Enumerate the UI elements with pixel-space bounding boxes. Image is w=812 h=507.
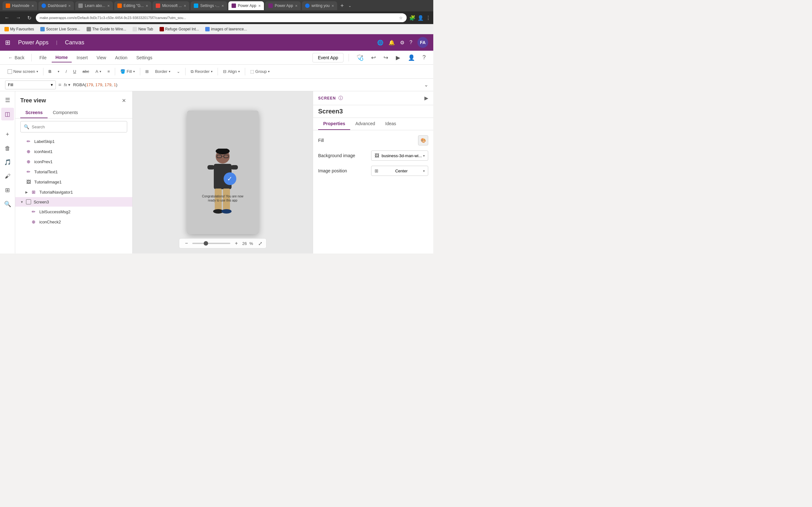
tab-overflow-button[interactable]: ⌄ — [347, 3, 353, 8]
bold-button[interactable]: B — [46, 68, 54, 75]
tree-item-lblsuccessmsg2[interactable]: ✏ LblSuccessMsg2 — [15, 207, 132, 217]
tab-learn[interactable]: Learn abo... ✕ — [75, 1, 113, 10]
background-image-dropdown[interactable]: 🖼 business-3d-man-wi... ▾ — [371, 151, 428, 161]
menu-insert[interactable]: Insert — [73, 53, 92, 62]
image-position-dropdown[interactable]: ⊞ Center ▾ — [371, 166, 428, 176]
tab-powerapps2[interactable]: Power App ✕ — [265, 1, 301, 10]
user-avatar[interactable]: FA — [417, 37, 428, 48]
new-tab-button[interactable]: + — [339, 3, 346, 9]
group-button[interactable]: ⬚ Group ▾ — [248, 68, 272, 75]
border-button[interactable]: Border ▾ — [153, 68, 173, 75]
sidebar-media-icon[interactable]: 🎵 — [1, 156, 14, 169]
back-button[interactable]: ← — [3, 14, 11, 22]
undo-icon[interactable]: ↩ — [368, 53, 378, 62]
tab-settings[interactable]: Settings -... ✕ — [191, 1, 227, 10]
tab-microsoft[interactable]: Microsoft ... ✕ — [153, 1, 189, 10]
event-app-button[interactable]: Event App — [312, 53, 344, 62]
screen-info-icon[interactable]: ⓘ — [339, 95, 343, 101]
help-menu-icon[interactable]: ? — [420, 53, 428, 62]
search-input[interactable] — [32, 124, 124, 129]
extensions-icon[interactable]: 🧩 — [409, 15, 415, 21]
profile-icon[interactable]: 👤 — [417, 15, 424, 21]
bold-caret[interactable]: ▾ — [55, 68, 62, 74]
tree-close-button[interactable]: ✕ — [120, 96, 127, 105]
fill-color-picker[interactable]: 🎨 — [418, 135, 428, 146]
tab-writing[interactable]: writing you ✕ — [302, 1, 337, 10]
tree-item-tutorialtext1[interactable]: ✏ TutorialText1 — [15, 167, 132, 177]
tree-item-iconnext1[interactable]: ⊕ iconNext1 — [15, 147, 132, 157]
address-field[interactable]: make.powerapps.com/e/Default-9d3c71c3-c5… — [36, 13, 407, 22]
tree-item-tutorialnavigator1[interactable]: ▶ ⊞ TutorialNavigator1 — [15, 187, 132, 197]
tab-close[interactable]: ✕ — [258, 4, 261, 8]
more-icon[interactable]: ⋮ — [426, 15, 431, 21]
zoom-in-button[interactable]: + — [233, 240, 240, 247]
tab-hashnode[interactable]: Hashnode ✕ — [3, 1, 37, 10]
tab-close[interactable]: ✕ — [68, 4, 71, 8]
forward-button[interactable]: → — [14, 14, 23, 22]
tree-tab-screens[interactable]: Screens — [20, 107, 48, 118]
environment-icon[interactable]: 🌐 — [377, 40, 384, 46]
expand-icon-screen3[interactable]: ▼ — [20, 200, 23, 204]
menu-settings[interactable]: Settings — [133, 53, 156, 62]
menu-view[interactable]: View — [93, 53, 110, 62]
reload-button[interactable]: ↻ — [26, 14, 33, 22]
tab-close[interactable]: ✕ — [107, 4, 110, 8]
tab-editing[interactable]: Editing "G... ✕ — [114, 1, 152, 10]
play-icon[interactable]: ▶ — [393, 53, 403, 62]
panel-tab-advanced[interactable]: Advanced — [350, 118, 380, 130]
notifications-icon[interactable]: 🔔 — [389, 40, 395, 46]
bookmark-soccer[interactable]: Soccer Live Score... — [38, 26, 82, 32]
zoom-expand-button[interactable]: ⤢ — [258, 240, 262, 246]
formula-expand-button[interactable]: ⌄ — [424, 82, 428, 88]
tree-item-labelskip1[interactable]: ✏ LabelSkip1 — [15, 136, 132, 147]
sidebar-add-icon[interactable]: + — [1, 128, 14, 141]
bookmark-my-favourites[interactable]: My Favourites — [3, 26, 36, 32]
align-button[interactable]: ⊟ Align ▾ — [220, 68, 242, 75]
underline-button[interactable]: U — [71, 68, 79, 75]
tab-close[interactable]: ✕ — [32, 4, 34, 8]
reorder-button[interactable]: ⧉ Reorder ▾ — [188, 68, 215, 75]
table-icon[interactable]: ⊞ — [143, 68, 151, 75]
zoom-out-button[interactable]: − — [183, 240, 190, 247]
tree-item-iconprev1[interactable]: ⊕ iconPrev1 — [15, 157, 132, 167]
app-grid-icon[interactable]: ⊞ — [5, 39, 10, 46]
tab-close[interactable]: ✕ — [295, 4, 298, 8]
sidebar-menu-icon[interactable]: ☰ — [1, 94, 14, 107]
sidebar-brush-icon[interactable]: 🖌 — [1, 170, 14, 182]
sidebar-components-icon[interactable]: ⊞ — [1, 184, 14, 196]
panel-tab-ideas[interactable]: Ideas — [380, 118, 401, 130]
tree-item-tutorialimage1[interactable]: 🖼 TutorialImage1 — [15, 177, 132, 187]
fill-button[interactable]: 🪣 Fill ▾ — [118, 68, 137, 75]
tab-close[interactable]: ✕ — [332, 4, 334, 8]
bookmark-guide[interactable]: The Guide to Wire... — [85, 26, 128, 32]
strikethrough-button[interactable]: abc — [80, 68, 92, 75]
tab-close[interactable]: ✕ — [184, 4, 186, 8]
zoom-slider[interactable] — [192, 243, 230, 244]
panel-tab-properties[interactable]: Properties — [318, 118, 350, 130]
tab-close[interactable]: ✕ — [221, 4, 224, 8]
stethoscope-icon[interactable]: 🩺 — [354, 53, 366, 62]
tree-item-iconcheck2[interactable]: ⊕ iconCheck2 — [15, 217, 132, 227]
menu-file[interactable]: File — [36, 53, 50, 62]
formula-selector[interactable]: Fill ▾ — [5, 80, 56, 89]
tab-dashboard[interactable]: Dashboard ✕ — [38, 1, 74, 10]
expand-button[interactable]: ⌄ — [174, 68, 183, 75]
menu-home[interactable]: Home — [52, 53, 72, 62]
sidebar-data-icon[interactable]: 🗑 — [1, 142, 14, 155]
tab-powerapps-active[interactable]: Power App ✕ — [229, 1, 264, 10]
back-menu-button[interactable]: ← Back — [5, 53, 28, 62]
sidebar-search-icon[interactable]: 🔍 — [1, 198, 14, 210]
sidebar-layers-icon[interactable]: ◫ — [1, 108, 14, 120]
settings-icon[interactable]: ⚙ — [400, 40, 404, 46]
tree-tab-components[interactable]: Components — [48, 107, 83, 118]
formula-function-button[interactable]: fx ▾ — [64, 82, 70, 87]
tree-item-screen3[interactable]: ▼ Screen3 ··· — [15, 197, 132, 207]
tab-close[interactable]: ✕ — [146, 4, 148, 8]
help-icon[interactable]: ? — [409, 40, 412, 45]
bookmark-refuge[interactable]: Refuge Gospel Int... — [158, 26, 201, 32]
font-size-button[interactable]: A▾ — [93, 68, 104, 75]
user-add-icon[interactable]: 👤 — [405, 53, 417, 62]
bookmark-images[interactable]: images of lawrence... — [203, 26, 249, 32]
panel-expand-button[interactable]: ▶ — [424, 95, 428, 101]
expand-icon[interactable]: ▶ — [26, 190, 28, 194]
